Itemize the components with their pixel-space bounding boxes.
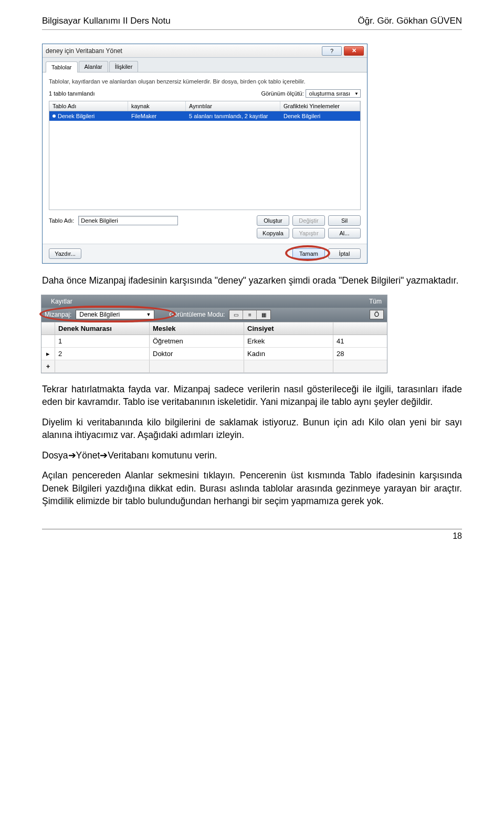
- records-right: Tüm: [369, 298, 382, 305]
- ok-button[interactable]: Tamam: [292, 248, 325, 259]
- table-header: Tablo Adı kaynak Ayrıntılar Grafikteki Y…: [49, 101, 361, 111]
- sort-combo[interactable]: oluşturma sırası ▼: [306, 89, 361, 98]
- dialog-tabs: Tablolar Alanlar İlişkiler: [43, 58, 367, 72]
- filemaker-strip: Kayıtlar Tüm Mizanpaj: Denek Bilgileri ▼…: [41, 295, 387, 373]
- col-name[interactable]: Tablo Adı: [49, 101, 128, 111]
- records-label: Kayıtlar: [47, 297, 77, 306]
- import-button[interactable]: Al...: [328, 228, 361, 238]
- layout-combo[interactable]: Denek Bilgileri ▼: [76, 310, 154, 319]
- col-occurrences[interactable]: Grafikteki Yinelemeler: [280, 101, 360, 111]
- fm-col-num[interactable]: Denek Numarası: [55, 322, 150, 335]
- view-mode-label: Görüntüleme Modu:: [169, 311, 225, 318]
- paste-button[interactable]: Yapıştır: [292, 228, 325, 238]
- paragraph-3: Diyelim ki veritabanında kilo bilgilerin…: [42, 416, 462, 442]
- fm-col-extra[interactable]: [333, 322, 387, 335]
- dialog-hint: Tablolar, kayıtlardan ve alanlardan oluş…: [49, 78, 361, 85]
- close-icon[interactable]: ✕: [344, 46, 364, 56]
- db-manage-dialog: deney için Veritabanı Yönet ? ✕ Tablolar…: [42, 44, 368, 264]
- paragraph-4: Dosya➔Yönet➔Veritabanı komutunu verin.: [42, 449, 462, 462]
- header-right: Öğr. Gör. Gökhan GÜVEN: [358, 16, 462, 26]
- print-button[interactable]: Yazdır...: [49, 248, 81, 259]
- fm-header: Denek Numarası Meslek Cinsiyet: [41, 322, 387, 335]
- delete-button[interactable]: Sil: [328, 215, 361, 226]
- dialog-title: deney için Veritabanı Yönet: [46, 47, 320, 55]
- change-button[interactable]: Değiştir: [292, 215, 325, 226]
- paragraph-5: Açılan pencereden Alanlar sekmesini tıkl…: [42, 469, 462, 508]
- tab-relations[interactable]: İlişkiler: [109, 61, 139, 72]
- cancel-button[interactable]: İptal: [328, 248, 361, 259]
- fm-col-sex[interactable]: Cinsiyet: [244, 322, 333, 335]
- chevron-down-icon: ▼: [354, 91, 359, 96]
- chevron-down-icon: ▼: [146, 312, 151, 317]
- col-details[interactable]: Ayrıntılar: [186, 101, 280, 111]
- table-count-label: 1 tablo tanımlandı: [49, 90, 94, 97]
- tab-tables[interactable]: Tablolar: [46, 61, 78, 72]
- table-empty-area: [49, 121, 361, 210]
- page-number: 18: [42, 529, 462, 541]
- right-button[interactable]: Ö: [370, 310, 384, 319]
- fm-row[interactable]: ▸ 2 Doktor Kadın 28: [41, 348, 387, 360]
- tablename-label: Tablo Adı:: [49, 217, 74, 224]
- col-source[interactable]: kaynak: [128, 101, 186, 111]
- view-table-icon[interactable]: ▦: [257, 310, 270, 319]
- fm-add-row[interactable]: +: [41, 360, 387, 373]
- tab-fields[interactable]: Alanlar: [79, 61, 108, 72]
- paragraph-1: Daha önce Mizanpaj ifadesinin karşısında…: [42, 274, 462, 287]
- fm-col-job[interactable]: Meslek: [150, 322, 244, 335]
- help-button[interactable]: ?: [322, 46, 342, 56]
- create-button[interactable]: Oluştur: [257, 215, 289, 226]
- header-left: Bilgisayar Kullanımı II Ders Notu: [42, 16, 171, 26]
- sort-label: Görünüm ölçütü:: [261, 90, 303, 97]
- view-list-icon[interactable]: ≡: [243, 310, 257, 319]
- layout-label: Mizanpaj:: [45, 311, 71, 318]
- copy-button[interactable]: Kopyala: [257, 228, 289, 238]
- fm-row[interactable]: 1 Öğretmen Erkek 41: [41, 335, 387, 348]
- tablename-input[interactable]: [78, 216, 178, 225]
- page-header: Bilgisayar Kullanımı II Ders Notu Öğr. G…: [42, 16, 462, 30]
- table-row[interactable]: Denek Bilgileri FileMaker 5 alanları tan…: [49, 111, 361, 121]
- row-bullet-icon: [52, 114, 56, 118]
- view-mode-segmented[interactable]: ▭ ≡ ▦: [229, 310, 271, 320]
- view-form-icon[interactable]: ▭: [229, 310, 243, 319]
- paragraph-2: Tekrar hatırlatmakta fayda var. Mizanpaj…: [42, 383, 462, 409]
